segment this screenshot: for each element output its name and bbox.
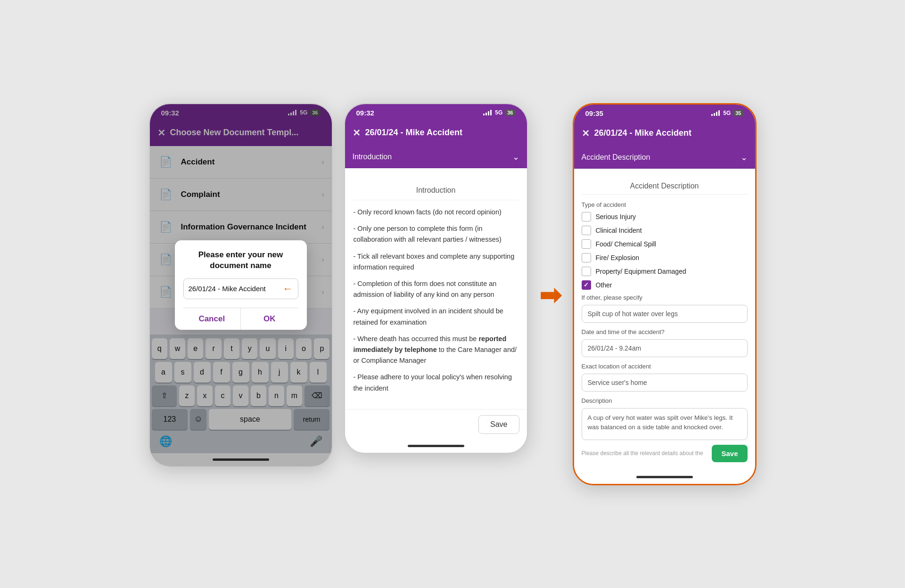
checkbox-clinical-incident[interactable]	[582, 226, 591, 235]
checkbox-food-chemical[interactable]	[582, 239, 591, 249]
checkbox-other[interactable]	[582, 280, 591, 290]
dialog-arrow-icon: ←	[283, 283, 293, 295]
dialog-title: Please enter your new document name	[183, 250, 298, 270]
checkbox-row-clinical: Clinical Incident	[582, 226, 748, 235]
battery-2: 36	[505, 109, 515, 116]
intro-item-7: - Please adhere to your local policy's w…	[354, 372, 518, 393]
checkbox-row-food: Food/ Chemical Spill	[582, 239, 748, 249]
intro-item-2: - Only one person to complete this form …	[354, 223, 518, 245]
save-button-3[interactable]: Save	[712, 445, 747, 462]
if-other-input[interactable]: Spilt cup of hot water over legs	[582, 305, 748, 323]
home-bar-3	[636, 476, 693, 478]
save-row-3: Please describe all the relevant details…	[582, 440, 748, 464]
ok-button[interactable]: OK	[241, 308, 298, 330]
type-of-accident-label: Type of accident	[582, 201, 748, 208]
accident-desc-content: Accident Description Type of accident Se…	[574, 169, 755, 471]
intro-item-4: - Completion of this form does not const…	[354, 278, 518, 300]
intro-item-3: - Tick all relevant boxes and complete a…	[354, 251, 518, 273]
date-input[interactable]: 26/01/24 - 9.24am	[582, 339, 748, 357]
intro-content: Introduction - Only record known facts (…	[345, 168, 527, 409]
close-icon-3[interactable]: ✕	[582, 128, 590, 139]
phone-3: 09:35 5G 35 ✕ 26/01/24 - Mike Accident A…	[573, 103, 757, 485]
save-bar-2: Save	[345, 409, 527, 440]
accident-desc-title: Accident Description	[582, 175, 748, 195]
label-serious-injury: Serious Injury	[596, 213, 636, 220]
label-fire-explosion: Fire/ Explosion	[596, 254, 640, 261]
signal-type-3: 5G	[723, 110, 731, 116]
signal-type-2: 5G	[495, 109, 502, 116]
status-icons-2: 5G 36	[483, 109, 515, 116]
chevron-down-intro: ⌄	[512, 152, 519, 162]
dialog-buttons: Cancel OK	[183, 308, 298, 330]
description-textarea[interactable]: A cup of very hot water was spilt over M…	[582, 408, 748, 440]
status-bar-2: 09:32 5G 36	[345, 104, 527, 120]
save-button-2[interactable]: Save	[478, 415, 519, 434]
checkbox-row-other: Other	[582, 280, 748, 290]
checkbox-row-fire: Fire/ Explosion	[582, 253, 748, 262]
date-label: Date and time of the accident?	[582, 328, 748, 335]
phone-1: 09:32 5G 36 ✕ Choose New Document Templ.…	[149, 103, 333, 467]
save-hint: Please describe all the relevant details…	[582, 450, 712, 457]
header-bar-2: ✕ 26/01/24 - Mike Accident	[345, 120, 527, 146]
if-other-label: If other, please specify	[582, 294, 748, 301]
checkbox-serious-injury[interactable]	[582, 212, 591, 221]
intro-title: Introduction	[354, 178, 518, 201]
signal-bars-2	[483, 110, 492, 115]
section-tab-intro[interactable]: Introduction ⌄	[345, 146, 527, 168]
cancel-button[interactable]: Cancel	[183, 308, 241, 330]
home-indicator-2	[345, 440, 527, 453]
location-label: Exact location of accident	[582, 363, 748, 370]
label-food-chemical: Food/ Chemical Spill	[596, 240, 656, 248]
checkbox-fire-explosion[interactable]	[582, 253, 591, 262]
dialog-box: Please enter your new document name ← Ca…	[175, 240, 307, 329]
section-tab-label-intro: Introduction	[353, 153, 392, 161]
arrow-container: ➡	[539, 103, 561, 309]
intro-item-6: - Where death has occurred this must be …	[354, 334, 518, 367]
home-indicator-3	[574, 471, 755, 484]
time-2: 09:32	[356, 109, 374, 117]
checkbox-property-equipment[interactable]	[582, 267, 591, 276]
header-bar-3: ✕ 26/01/24 - Mike Accident	[574, 120, 755, 147]
checkbox-row-serious: Serious Injury	[582, 212, 748, 221]
dialog-overlay: Please enter your new document name ← Ca…	[150, 104, 332, 466]
dialog-input-row: ←	[183, 278, 298, 299]
description-label: Description	[582, 397, 748, 404]
status-icons-3: 5G 35	[711, 110, 743, 116]
intro-item-1: - Only record known facts (do not record…	[354, 207, 518, 218]
header-title-2: 26/01/24 - Mike Accident	[365, 128, 462, 138]
close-icon-2[interactable]: ✕	[353, 127, 361, 139]
label-clinical-incident: Clinical Incident	[596, 227, 642, 234]
right-arrow-icon: ➡	[539, 282, 561, 309]
label-property-equipment: Property/ Equipment Damaged	[596, 268, 686, 275]
phone-2: 09:32 5G 36 ✕ 26/01/24 - Mike Accident I…	[344, 103, 528, 454]
time-3: 09:35	[585, 109, 603, 117]
header-title-3: 26/01/24 - Mike Accident	[594, 128, 691, 138]
document-name-input[interactable]	[189, 285, 280, 293]
section-tab-label-accident: Accident Description	[582, 153, 650, 162]
home-bar-2	[408, 445, 464, 447]
chevron-down-accident: ⌄	[740, 152, 748, 163]
battery-3: 35	[733, 110, 743, 116]
location-input[interactable]: Service user's home	[582, 374, 748, 392]
section-tab-accident[interactable]: Accident Description ⌄	[574, 147, 755, 169]
signal-bars-3	[711, 110, 720, 116]
checkbox-row-property: Property/ Equipment Damaged	[582, 267, 748, 276]
status-bar-3: 09:35 5G 35	[574, 105, 755, 120]
intro-item-5: - Any equipment involved in an incident …	[354, 306, 518, 327]
label-other: Other	[596, 281, 612, 289]
